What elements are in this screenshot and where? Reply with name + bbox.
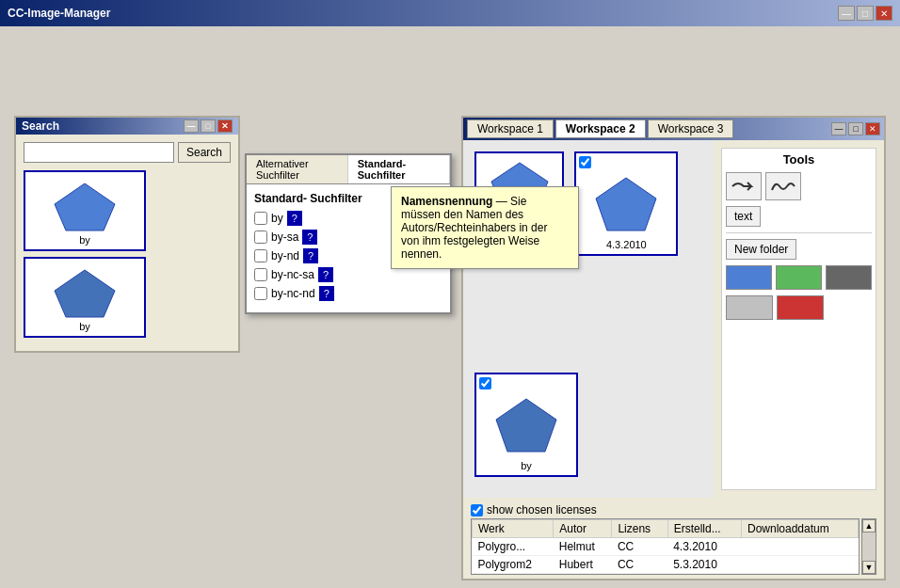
filter-tabs: Alternativer Suchfilter Standard- Suchfi… <box>247 155 450 184</box>
arrow-tool-button[interactable] <box>726 172 762 200</box>
filter-label-bynd: by-nd <box>271 249 299 262</box>
licenses-table-wrapper: Werk Autor Lizens Erstelld... Downloadda… <box>471 518 860 575</box>
filter-help-byncnd[interactable]: ? <box>319 286 334 301</box>
col-erstell: Erstelld... <box>667 520 741 538</box>
filter-checkbox-bysa[interactable] <box>254 230 267 244</box>
table-scrollbar[interactable]: ▲ ▼ <box>861 518 876 575</box>
row2-autor: Hubert <box>554 556 612 574</box>
col-lizens: Lizens <box>612 520 667 538</box>
table-row-2[interactable]: Polygrom2 Hubert CC 5.3.2010 <box>473 556 859 574</box>
color-swatch-silver[interactable] <box>726 295 773 320</box>
filter-option-byncsa: by-nc-sa ? <box>254 267 442 282</box>
workspace-minimize-btn[interactable]: — <box>831 122 846 135</box>
search-thumbnail-1[interactable]: by <box>24 170 146 251</box>
tools-folder-row: New folder <box>726 239 872 260</box>
search-input[interactable] <box>24 142 174 163</box>
new-folder-button[interactable]: New folder <box>726 239 796 260</box>
search-panel: Search — □ ✕ Search by <box>14 116 240 353</box>
filter-help-bynd[interactable]: ? <box>303 248 318 263</box>
workspace-close-btn[interactable]: ✕ <box>865 122 880 135</box>
search-content: Search by by <box>16 135 238 351</box>
workspace-checkbox-2[interactable] <box>579 156 591 168</box>
filter-option-byncnd: by-nc-nd ? <box>254 286 442 301</box>
bottom-area: show chosen licenses Werk Autor Lizens E… <box>463 498 884 579</box>
workspace-tabs-bar: Workspace 1 Workspace 2 Workspace 3 — □ … <box>463 118 884 140</box>
row2-erstell: 5.3.2010 <box>667 556 741 574</box>
search-panel-title: Search <box>22 119 59 133</box>
filter-checkbox-byncsa[interactable] <box>254 268 267 281</box>
filter-tab-alternative[interactable]: Alternativer Suchfilter <box>247 155 348 183</box>
row2-download <box>742 556 859 574</box>
search-row: Search <box>24 142 231 163</box>
licenses-table-container: Werk Autor Lizens Erstelld... Downloadda… <box>471 518 876 575</box>
thumbnail-image-1 <box>47 176 122 232</box>
tools-title: Tools <box>726 152 872 167</box>
filter-help-byncsa[interactable]: ? <box>318 267 333 282</box>
workspace-tabs: Workspace 1 Workspace 2 Workspace 3 <box>467 119 733 138</box>
row1-download <box>742 538 859 556</box>
workspace-tab-2[interactable]: Workspace 2 <box>555 119 646 138</box>
svg-marker-3 <box>596 178 656 230</box>
row1-lizens: CC <box>612 538 667 556</box>
color-swatch-green[interactable] <box>776 265 822 290</box>
table-row-1[interactable]: Polygro... Helmut CC 4.3.2010 <box>473 538 859 556</box>
minimize-button[interactable]: — <box>838 6 855 21</box>
licenses-table: Werk Autor Lizens Erstelld... Downloadda… <box>472 519 859 574</box>
workspace-maximize-btn[interactable]: □ <box>848 122 863 135</box>
tools-arrow-row <box>726 172 872 200</box>
wave-tool-button[interactable] <box>765 172 801 200</box>
workspace-tab-1[interactable]: Workspace 1 <box>467 119 554 138</box>
title-bar: CC-Image-Manager — □ ✕ <box>0 0 900 26</box>
color-swatch-gray-dark[interactable] <box>826 265 872 290</box>
col-download: Downloaddatum <box>742 520 859 538</box>
row1-erstell: 4.3.2010 <box>667 538 741 556</box>
row1-werk: Polygro... <box>473 538 554 556</box>
filter-checkbox-bynd[interactable] <box>254 249 267 262</box>
filter-checkbox-by[interactable] <box>254 212 267 225</box>
filter-help-by[interactable]: ? <box>287 211 302 226</box>
filter-checkbox-byncnd[interactable] <box>254 287 267 300</box>
tools-separator <box>726 232 872 233</box>
col-autor: Autor <box>554 520 612 538</box>
show-licenses-checkbox[interactable] <box>471 504 483 516</box>
color-swatch-red[interactable] <box>777 295 824 320</box>
workspace-image-2[interactable]: 4.3.2010 <box>574 151 678 256</box>
search-minimize-btn[interactable]: — <box>184 119 199 133</box>
col-werk: Werk <box>473 520 554 538</box>
main-content: Search — □ ✕ Search by <box>0 26 900 588</box>
close-button[interactable]: ✕ <box>876 6 892 21</box>
color-swatch-blue[interactable] <box>726 265 772 290</box>
tools-text-row: text <box>726 206 872 227</box>
scroll-down-btn[interactable]: ▼ <box>862 561 876 574</box>
thumbnail-image-2 <box>47 262 122 319</box>
search-maximize-btn[interactable]: □ <box>201 119 216 133</box>
workspace-label-2: 4.3.2010 <box>580 239 672 250</box>
workspace-panel-buttons: — □ ✕ <box>831 122 880 135</box>
filter-help-bysa[interactable]: ? <box>302 230 317 245</box>
search-thumbnail-2[interactable]: by <box>24 257 146 338</box>
thumbnail-label-2: by <box>29 321 140 332</box>
filter-label-byncsa: by-nc-sa <box>271 268 314 281</box>
filter-tab-standard[interactable]: Standard- Suchfilter <box>348 155 450 183</box>
title-bar-buttons: — □ ✕ <box>838 6 892 21</box>
thumbnail-label-1: by <box>29 234 140 246</box>
workspace-svg-3 <box>489 391 564 457</box>
text-tool-button[interactable]: text <box>726 206 761 227</box>
search-button[interactable]: Search <box>178 142 231 163</box>
tooltip-title: Namensnennung <box>401 195 492 208</box>
workspace-label-3: by <box>480 460 572 471</box>
search-panel-buttons: — □ ✕ <box>184 119 233 133</box>
maximize-button[interactable]: □ <box>857 6 874 21</box>
svg-marker-0 <box>55 183 115 230</box>
row2-werk: Polygrom2 <box>473 556 554 574</box>
scroll-up-btn[interactable]: ▲ <box>862 519 876 532</box>
tooltip-separator: — <box>492 195 510 208</box>
workspace-checkbox-3[interactable] <box>479 377 491 389</box>
workspace-image-3[interactable]: by <box>474 373 578 477</box>
search-panel-titlebar: Search — □ ✕ <box>16 118 238 135</box>
filter-label-byncnd: by-nc-nd <box>271 287 315 300</box>
workspace-tab-3[interactable]: Workspace 3 <box>648 119 734 138</box>
svg-marker-1 <box>55 270 115 317</box>
tools-panel: Tools text <box>721 148 876 490</box>
search-close-btn[interactable]: ✕ <box>217 119 233 133</box>
